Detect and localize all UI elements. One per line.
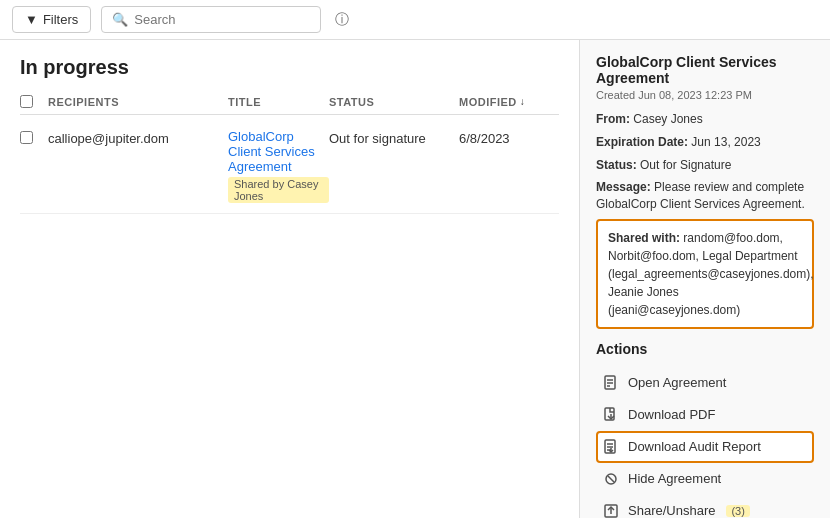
title-cell: GlobalCorp Client Services Agreement Sha… <box>228 129 329 203</box>
expiration-value: Jun 13, 2023 <box>691 135 760 149</box>
select-all-checkbox[interactable] <box>20 95 33 108</box>
row-checkbox[interactable] <box>20 131 33 144</box>
filters-button[interactable]: ▼ Filters <box>12 6 91 33</box>
agreement-title-link[interactable]: GlobalCorp Client Services Agreement <box>228 129 329 174</box>
filter-icon: ▼ <box>25 12 38 27</box>
header-checkbox-cell <box>20 95 48 108</box>
search-icon: 🔍 <box>112 12 128 27</box>
shared-with-box: Shared with: random@foo.dom, Norbit@foo.… <box>596 219 814 329</box>
info-icon[interactable]: ⓘ <box>335 11 349 29</box>
main-content: In progress RECIPIENTS TITLE STATUS MODI… <box>0 40 830 518</box>
status-cell: Out for signature <box>329 129 459 146</box>
actions-section: Actions Open Agreement <box>596 341 814 518</box>
from-label: From: <box>596 112 630 126</box>
table-row: calliope@jupiter.dom GlobalCorp Client S… <box>20 119 559 214</box>
row-checkbox-cell <box>20 129 48 144</box>
date-cell: 6/8/2023 <box>459 129 559 146</box>
detail-expiration: Expiration Date: Jun 13, 2023 <box>596 134 814 151</box>
detail-from: From: Casey Jones <box>596 111 814 128</box>
col-modified[interactable]: MODIFIED ↓ <box>459 96 559 108</box>
download-audit-report-action[interactable]: Download Audit Report <box>596 431 814 463</box>
detail-message: Message: Please review and complete Glob… <box>596 179 814 213</box>
col-title: TITLE <box>228 96 329 108</box>
detail-status: Status: Out for Signature <box>596 157 814 174</box>
open-agreement-icon <box>602 374 620 392</box>
download-pdf-label: Download PDF <box>628 407 715 422</box>
status-label: Status: <box>596 158 637 172</box>
svg-line-12 <box>608 476 614 482</box>
table-header: RECIPIENTS TITLE STATUS MODIFIED ↓ <box>20 95 559 115</box>
download-audit-report-label: Download Audit Report <box>628 439 761 454</box>
hide-agreement-action[interactable]: Hide Agreement <box>596 463 814 495</box>
status-value: Out for Signature <box>640 158 731 172</box>
download-audit-report-icon <box>602 438 620 456</box>
open-agreement-action[interactable]: Open Agreement <box>596 367 814 399</box>
left-panel: In progress RECIPIENTS TITLE STATUS MODI… <box>0 40 580 518</box>
top-bar: ▼ Filters 🔍 ⓘ <box>0 0 830 40</box>
detail-title: GlobalCorp Client Services Agreement <box>596 54 814 86</box>
share-unshare-label: Share/Unshare <box>628 503 715 518</box>
hide-agreement-label: Hide Agreement <box>628 471 721 486</box>
download-pdf-action[interactable]: Download PDF <box>596 399 814 431</box>
expiration-label: Expiration Date: <box>596 135 688 149</box>
shared-badge: Shared by Casey Jones <box>228 177 329 203</box>
filters-label: Filters <box>43 12 78 27</box>
share-unshare-action[interactable]: Share/Unshare (3) <box>596 495 814 518</box>
from-value: Casey Jones <box>633 112 702 126</box>
recipient-cell: calliope@jupiter.dom <box>48 129 228 146</box>
search-input[interactable] <box>134 12 310 27</box>
detail-created: Created Jun 08, 2023 12:23 PM <box>596 89 814 101</box>
download-pdf-icon <box>602 406 620 424</box>
share-unshare-icon <box>602 502 620 518</box>
message-label: Message: <box>596 180 651 194</box>
sort-arrow: ↓ <box>520 96 526 107</box>
col-recipients: RECIPIENTS <box>48 96 228 108</box>
col-status: STATUS <box>329 96 459 108</box>
search-box: 🔍 <box>101 6 321 33</box>
share-unshare-badge: (3) <box>726 505 749 517</box>
right-panel: GlobalCorp Client Services Agreement Cre… <box>580 40 830 518</box>
hide-agreement-icon <box>602 470 620 488</box>
open-agreement-label: Open Agreement <box>628 375 726 390</box>
shared-with-label: Shared with: <box>608 231 680 245</box>
section-title: In progress <box>20 56 559 79</box>
actions-title: Actions <box>596 341 814 357</box>
